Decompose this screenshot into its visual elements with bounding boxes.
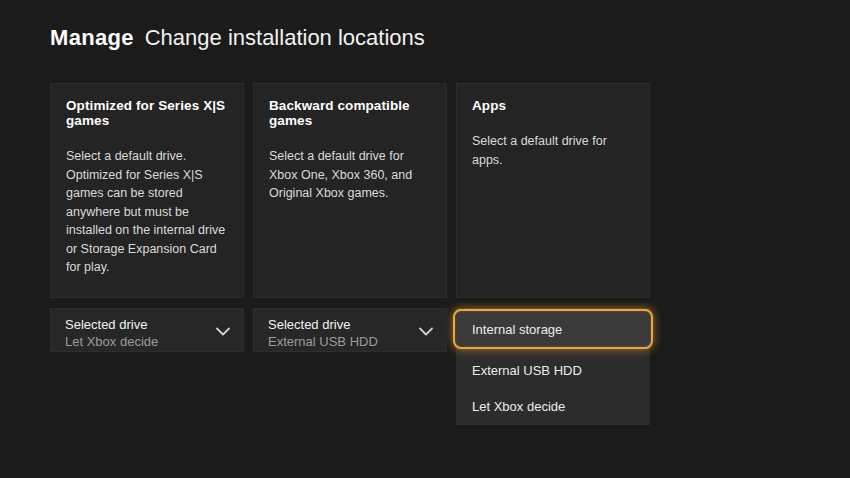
column-optimized-games: Optimized for Series X|S games Select a … <box>50 83 244 425</box>
card-description-apps: Select a default drive for apps. <box>472 132 634 169</box>
chevron-down-icon <box>419 324 433 338</box>
select-value: Let Xbox decide <box>65 333 229 350</box>
card-heading-apps: Apps <box>472 98 634 113</box>
selected-drive-dropdown-backward-compatible[interactable]: Selected drive External USB HDD <box>253 308 447 352</box>
page-title-manage: Manage <box>50 25 134 51</box>
page-title-subtitle: Change installation locations <box>145 25 425 51</box>
apps-drive-listbox: Internal storage External USB HDD Let Xb… <box>456 308 650 425</box>
selected-drive-dropdown-optimized-games[interactable]: Selected drive Let Xbox decide <box>50 308 244 352</box>
option-external-usb-hdd[interactable]: External USB HDD <box>456 352 650 388</box>
card-description-optimized-games: Select a default drive. Optimized for Se… <box>66 147 228 277</box>
card-backward-compatible: Backward compatible games Select a defau… <box>253 83 447 298</box>
card-apps: Apps Select a default drive for apps. <box>456 83 650 298</box>
option-internal-storage[interactable]: Internal storage <box>453 309 653 349</box>
manage-installation-locations-screen: Manage Change installation locations Opt… <box>0 0 850 478</box>
option-let-xbox-decide[interactable]: Let Xbox decide <box>456 388 650 424</box>
card-description-backward-compatible: Select a default drive for Xbox One, Xbo… <box>269 147 431 203</box>
page-title: Manage Change installation locations <box>50 25 425 51</box>
card-heading-backward-compatible: Backward compatible games <box>269 98 431 128</box>
select-value: External USB HDD <box>268 333 432 350</box>
select-label: Selected drive <box>268 316 432 333</box>
select-label: Selected drive <box>65 316 229 333</box>
storage-columns: Optimized for Series X|S games Select a … <box>50 83 650 425</box>
column-backward-compatible: Backward compatible games Select a defau… <box>253 83 447 425</box>
card-optimized-games: Optimized for Series X|S games Select a … <box>50 83 244 298</box>
chevron-down-icon <box>216 324 230 338</box>
column-apps: Apps Select a default drive for apps. In… <box>456 83 650 425</box>
card-heading-optimized-games: Optimized for Series X|S games <box>66 98 228 128</box>
